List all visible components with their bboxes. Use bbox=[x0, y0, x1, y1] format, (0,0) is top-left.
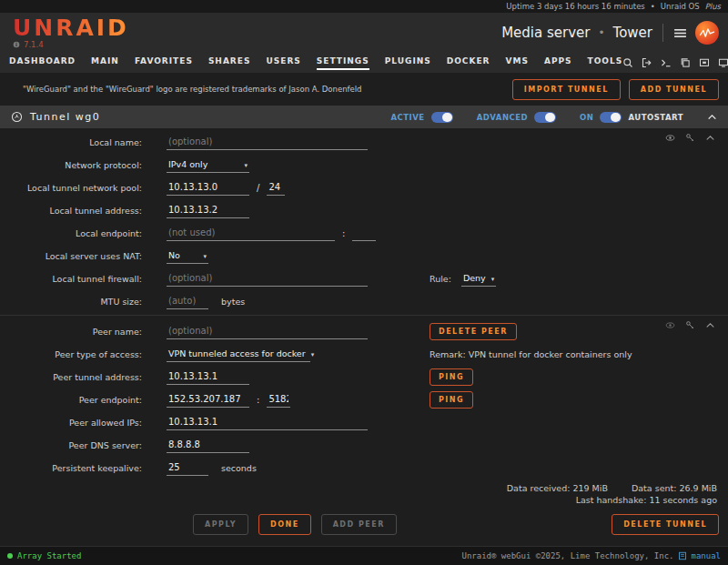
active-label: ACTIVE bbox=[391, 113, 425, 122]
mtu-label: MTU size: bbox=[0, 297, 167, 307]
peer-endpoint-port-input[interactable] bbox=[267, 392, 290, 408]
delete-peer-button[interactable]: DELETE PEER bbox=[430, 323, 517, 340]
notice-bar: "WireGuard" and the "WireGuard" logo are… bbox=[0, 73, 728, 106]
tunnel-section-header: Tunnel wg0 ACTIVE ADVANCED ON AUTOSTART bbox=[0, 106, 728, 128]
unraid-logo[interactable]: UNRAID bbox=[13, 16, 129, 40]
network-protocol-select[interactable]: IPv4 only ▾ bbox=[167, 157, 249, 173]
nav-item-settings[interactable]: SETTINGS bbox=[317, 56, 369, 70]
os-name: Unraid OS bbox=[661, 2, 700, 11]
nav-item-main[interactable]: MAIN bbox=[91, 56, 119, 70]
apply-button[interactable]: APPLY bbox=[193, 514, 248, 535]
nav-item-apps[interactable]: APPS bbox=[544, 56, 572, 70]
last-handshake-label: Last handshake: bbox=[576, 495, 647, 505]
peer-tunnel-address-actions: PING bbox=[430, 368, 473, 386]
last-handshake: Last handshake: 11 seconds ago bbox=[0, 494, 717, 506]
keepalive-unit: seconds bbox=[221, 463, 257, 473]
peer-endpoint-input[interactable] bbox=[167, 392, 249, 408]
peer-access-row: Peer type of access: VPN tunneled access… bbox=[0, 343, 728, 366]
peer-tunnel-address-input[interactable] bbox=[167, 369, 249, 385]
last-handshake-value: 11 seconds ago bbox=[649, 495, 717, 505]
keepalive-label: Persistent keepalive: bbox=[0, 463, 167, 473]
nav-item-dashboard[interactable]: DASHBOARD bbox=[9, 56, 76, 70]
add-peer-button[interactable]: ADD PEER bbox=[321, 514, 397, 535]
peer-access-select[interactable]: VPN tunneled access for docker ▾ bbox=[167, 347, 310, 362]
peer-access-value: VPN tunneled access for docker bbox=[168, 348, 306, 358]
user-avatar[interactable] bbox=[695, 21, 719, 45]
network-pool-input[interactable] bbox=[167, 180, 249, 196]
keepalive-input[interactable] bbox=[167, 460, 208, 476]
manual-link-text: manual bbox=[691, 551, 721, 560]
autostart-toggle[interactable] bbox=[600, 112, 622, 123]
add-tunnel-button[interactable]: ADD TUNNEL bbox=[629, 79, 719, 100]
caret-down-icon: ▾ bbox=[311, 351, 315, 358]
mtu-row: MTU size: bytes bbox=[0, 290, 728, 313]
collapse-section-icon[interactable] bbox=[707, 112, 717, 122]
array-status: Array Started bbox=[7, 551, 81, 560]
keepalive-row: Persistent keepalive: seconds bbox=[0, 457, 728, 479]
local-address-input[interactable] bbox=[167, 203, 249, 218]
nav-item-shares[interactable]: SHARES bbox=[208, 56, 251, 70]
logo-block: UNRAID 7.1.4 bbox=[13, 16, 129, 49]
local-name-label: Local name: bbox=[0, 137, 167, 147]
local-endpoint-port-input[interactable] bbox=[352, 226, 376, 241]
advanced-toggle[interactable] bbox=[534, 112, 556, 123]
data-received-label: Data received: bbox=[507, 483, 571, 493]
caret-down-icon: ▾ bbox=[203, 253, 207, 260]
copy-icon[interactable] bbox=[680, 57, 691, 68]
network-protocol-label: Network protocol: bbox=[0, 160, 167, 170]
server-name: Tower bbox=[613, 25, 652, 41]
peer-access-remark: Remark: VPN tunnel for docker containers… bbox=[430, 349, 632, 359]
local-endpoint-row: Local endpoint: : bbox=[0, 222, 728, 245]
local-address-label: Local tunnel address: bbox=[0, 206, 167, 216]
manual-link[interactable]: manual bbox=[678, 551, 721, 560]
terminal-icon[interactable] bbox=[661, 57, 672, 68]
active-toggle[interactable] bbox=[431, 112, 453, 123]
done-button[interactable]: DONE bbox=[258, 514, 311, 535]
nat-label: Local server uses NAT: bbox=[0, 251, 167, 261]
top-status-strip: Uptime 3 days 16 hours 16 minutes • Unra… bbox=[0, 0, 728, 13]
footer: Array Started Unraid® webGui ©2025, Lime… bbox=[0, 546, 728, 565]
peer-allowed-ips-input[interactable] bbox=[167, 415, 368, 430]
rule-select[interactable]: Deny ▾ bbox=[461, 271, 496, 287]
nat-select[interactable]: No ▾ bbox=[167, 248, 208, 264]
peer-tunnel-address-row: Peer tunnel address: PING bbox=[0, 366, 728, 388]
header-icons: ? bbox=[622, 57, 728, 68]
nav-item-users[interactable]: USERS bbox=[266, 56, 300, 70]
hamburger-menu-icon[interactable] bbox=[673, 28, 687, 38]
import-tunnel-button[interactable]: IMPORT TUNNEL bbox=[512, 79, 621, 100]
ping-endpoint-button[interactable]: PING bbox=[430, 391, 473, 409]
cidr-input[interactable] bbox=[267, 180, 285, 196]
data-sent: Data sent: 26.9 MiB bbox=[632, 482, 717, 494]
version-text: 7.1.4 bbox=[24, 40, 44, 49]
peer-name-label: Peer name: bbox=[0, 327, 167, 337]
caret-down-icon: ▾ bbox=[244, 162, 248, 169]
nav-item-favorites[interactable]: FAVORITES bbox=[135, 56, 193, 70]
peer-name-input[interactable] bbox=[167, 324, 368, 339]
search-icon[interactable] bbox=[622, 57, 633, 68]
peer-dns-input[interactable] bbox=[167, 438, 249, 453]
nav-item-vms[interactable]: VMS bbox=[506, 56, 529, 70]
mtu-input[interactable] bbox=[167, 294, 208, 309]
mtu-unit: bytes bbox=[221, 297, 245, 307]
nav-item-tools[interactable]: TOOLS bbox=[588, 56, 623, 70]
firewall-input[interactable] bbox=[167, 271, 368, 287]
nav-item-docker[interactable]: DOCKER bbox=[447, 56, 490, 70]
rule-label: Rule: bbox=[430, 274, 451, 284]
ping-tunnel-address-button[interactable]: PING bbox=[430, 368, 473, 386]
delete-tunnel-button[interactable]: DELETE TUNNEL bbox=[612, 514, 719, 535]
network-pool-row: Local tunnel network pool: / bbox=[0, 177, 728, 199]
feedback-icon[interactable] bbox=[699, 57, 710, 68]
local-name-input[interactable] bbox=[167, 135, 368, 150]
peer-name-actions: DELETE PEER bbox=[430, 323, 517, 340]
port-separator: : bbox=[342, 228, 345, 238]
nav-item-plugins[interactable]: PLUGINS bbox=[385, 56, 431, 70]
autostart-toggle-group: ON AUTOSTART bbox=[580, 112, 683, 123]
main-menu: DASHBOARD MAIN FAVORITES SHARES USERS SE… bbox=[9, 56, 622, 70]
rule-value: Deny bbox=[463, 273, 486, 283]
form-actions: APPLY DONE ADD PEER DELETE TUNNEL bbox=[193, 514, 728, 535]
local-endpoint-input[interactable] bbox=[167, 226, 335, 241]
peer-dns-row: Peer DNS server: bbox=[0, 434, 728, 457]
monitor-icon[interactable] bbox=[718, 57, 728, 68]
logout-icon[interactable] bbox=[642, 57, 652, 68]
network-protocol-value: IPv4 only bbox=[168, 159, 207, 169]
